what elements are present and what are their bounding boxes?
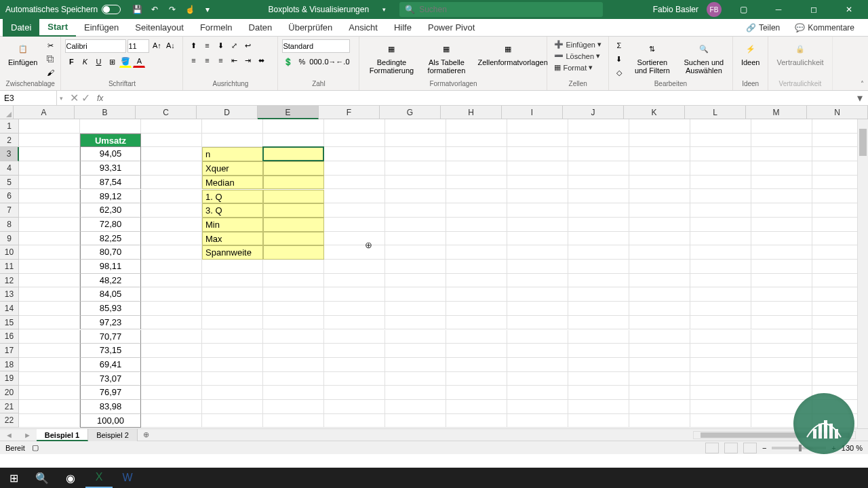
column-header[interactable]: B <box>75 106 136 119</box>
stat-label-cell[interactable]: Xquer <box>202 161 263 176</box>
merge-icon[interactable]: ⬌ <box>255 54 267 66</box>
cell[interactable] <box>324 260 385 274</box>
cell[interactable] <box>507 260 568 274</box>
comments-button[interactable]: 💬 Kommentare <box>789 22 860 34</box>
cell[interactable] <box>629 358 690 372</box>
cell[interactable] <box>751 358 812 372</box>
stat-label-cell[interactable]: Median <box>202 176 263 190</box>
cell[interactable] <box>19 203 80 218</box>
cell[interactable] <box>324 119 385 134</box>
column-header[interactable]: E <box>258 106 319 119</box>
umsatz-header-cell[interactable]: Umsatz <box>80 134 141 148</box>
cell[interactable] <box>507 134 568 148</box>
cell[interactable] <box>629 203 690 218</box>
cell[interactable] <box>690 302 751 316</box>
row-header[interactable]: 5 <box>0 176 19 190</box>
cell[interactable] <box>507 218 568 232</box>
cell[interactable] <box>751 344 812 358</box>
cell[interactable] <box>19 400 80 414</box>
maximize-icon[interactable]: ◻ <box>800 0 827 19</box>
cell[interactable] <box>385 358 446 372</box>
cell[interactable] <box>568 316 629 330</box>
cell[interactable] <box>141 134 202 148</box>
row-header[interactable]: 2 <box>0 134 19 148</box>
cell[interactable] <box>263 134 324 148</box>
cell[interactable] <box>19 119 80 134</box>
align-right-icon[interactable]: ≡ <box>214 54 226 66</box>
cell[interactable] <box>568 134 629 148</box>
cell[interactable] <box>324 190 385 204</box>
cell[interactable] <box>19 218 80 232</box>
data-cell[interactable]: 72,80 <box>80 218 141 232</box>
undo-icon[interactable]: ↶ <box>149 4 160 15</box>
cell[interactable] <box>690 245 751 260</box>
tab-data[interactable]: Daten <box>241 19 281 37</box>
row-header[interactable]: 20 <box>0 386 19 400</box>
cell[interactable] <box>568 245 629 260</box>
align-bottom-icon[interactable]: ⬇ <box>214 39 226 52</box>
cell[interactable] <box>507 358 568 372</box>
comma-icon[interactable]: 000 <box>309 56 321 68</box>
clear-icon[interactable]: ◇ <box>613 66 625 79</box>
cell[interactable] <box>324 358 385 372</box>
stat-label-cell[interactable]: Min <box>202 218 263 232</box>
align-middle-icon[interactable]: ≡ <box>201 39 213 52</box>
tab-formulas[interactable]: Formeln <box>192 19 241 37</box>
cell[interactable] <box>751 119 812 134</box>
cell[interactable] <box>324 344 385 358</box>
cell[interactable] <box>629 134 690 148</box>
cell[interactable] <box>19 302 80 316</box>
ribbon-mode-icon[interactable]: ▢ <box>730 0 757 19</box>
sheet-tab-2[interactable]: Beispiel 2 <box>88 429 138 441</box>
data-cell[interactable]: 94,05 <box>80 147 141 161</box>
cell[interactable] <box>446 134 507 148</box>
cell[interactable] <box>141 358 202 372</box>
data-cell[interactable]: 93,31 <box>80 161 141 176</box>
data-cell[interactable]: 48,22 <box>80 274 141 288</box>
tab-help[interactable]: Hilfe <box>386 19 420 37</box>
cell[interactable] <box>507 344 568 358</box>
cell[interactable] <box>19 232 80 246</box>
cell[interactable] <box>385 386 446 400</box>
cell[interactable] <box>385 232 446 246</box>
orientation-icon[interactable]: ⤢ <box>228 39 240 52</box>
cell[interactable] <box>568 358 629 372</box>
data-cell[interactable]: 97,23 <box>80 316 141 330</box>
cell[interactable] <box>202 302 263 316</box>
cell[interactable] <box>568 203 629 218</box>
cell[interactable] <box>568 260 629 274</box>
minimize-icon[interactable]: ─ <box>765 0 792 19</box>
cell[interactable] <box>446 119 507 134</box>
cell[interactable] <box>141 302 202 316</box>
cell[interactable] <box>385 316 446 330</box>
close-icon[interactable]: ✕ <box>835 0 863 19</box>
taskbar-excel-icon[interactable]: X <box>85 468 113 488</box>
cell[interactable] <box>202 400 263 414</box>
cell[interactable] <box>751 134 812 148</box>
row-header[interactable]: 22 <box>0 413 19 428</box>
cell[interactable] <box>324 245 385 260</box>
cell[interactable] <box>446 245 507 260</box>
cell[interactable] <box>751 386 812 400</box>
cell[interactable] <box>629 176 690 190</box>
cell[interactable] <box>385 260 446 274</box>
cell[interactable] <box>202 344 263 358</box>
cell[interactable] <box>19 287 80 302</box>
search-box[interactable]: 🔍 <box>399 2 603 17</box>
cell[interactable] <box>568 190 629 204</box>
cell[interactable] <box>19 344 80 358</box>
currency-icon[interactable]: 💲 <box>282 56 294 68</box>
cell[interactable] <box>690 203 751 218</box>
cell[interactable] <box>751 190 812 204</box>
row-header[interactable]: 7 <box>0 203 19 218</box>
row-header[interactable]: 4 <box>0 161 19 176</box>
column-header[interactable]: J <box>563 106 624 119</box>
cell[interactable] <box>507 190 568 204</box>
cell[interactable] <box>385 245 446 260</box>
cell[interactable] <box>202 358 263 372</box>
fill-color-icon[interactable]: 🪣 <box>119 56 132 68</box>
cell[interactable] <box>629 232 690 246</box>
cell[interactable] <box>568 302 629 316</box>
cell[interactable] <box>507 400 568 414</box>
cell[interactable] <box>385 414 446 428</box>
